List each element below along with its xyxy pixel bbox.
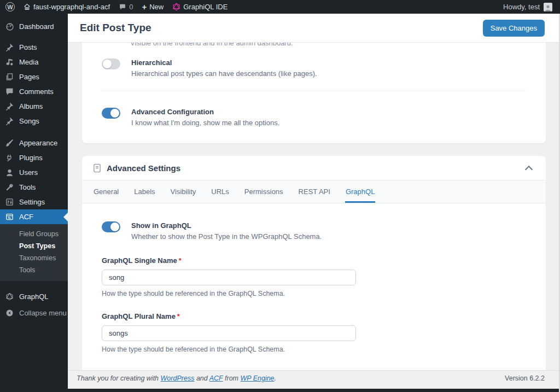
tab-permissions[interactable]: Permissions	[244, 180, 284, 203]
sidebar-item-albums[interactable]: Albums	[0, 99, 68, 114]
sidebar-item-collapse-menu[interactable]: Collapse menu	[0, 306, 68, 320]
sidebar-item-label: ACF	[19, 213, 33, 221]
site-name-label: faust-wpgraphql-and-acf	[33, 3, 110, 11]
sidebar-item-plugins[interactable]: Plugins	[0, 150, 68, 165]
wordpress-logo-menu[interactable]: W	[5, 2, 15, 11]
document-settings-icon	[93, 163, 101, 173]
submenu-item-post-types[interactable]: Post Types	[0, 240, 68, 252]
settings-icon	[5, 198, 14, 206]
admin-sidebar: Dashboard Posts Media Pages Comments	[0, 14, 68, 392]
sidebar-item-appearance[interactable]: Appearance	[0, 136, 68, 150]
wordpress-link[interactable]: WordPress	[161, 375, 195, 382]
graphql-plural-name-help: How the type should be referenced in the…	[102, 346, 526, 353]
site-name-menu[interactable]: faust-wpgraphql-and-acf	[24, 3, 110, 11]
avatar[interactable]	[544, 3, 552, 11]
comment-icon	[119, 3, 126, 10]
graphiql-logo-icon	[172, 3, 180, 11]
sidebar-item-label: Posts	[19, 43, 37, 51]
acf-link[interactable]: ACF	[209, 375, 223, 382]
sidebar-item-label: Appearance	[19, 139, 57, 147]
pages-icon	[5, 73, 14, 81]
required-asterisk: *	[177, 312, 180, 320]
graphql-plural-name-field: GraphQL Plural Name* How the type should…	[102, 312, 526, 353]
sidebar-item-pages[interactable]: Pages	[0, 69, 68, 84]
clipped-public-description: Visible on the frontend and in the admin…	[130, 43, 293, 47]
show-in-graphql-label: Show in GraphQL	[131, 221, 322, 230]
advanced-configuration-description: I know what I'm doing, show me all the o…	[131, 119, 279, 127]
pin-icon	[5, 43, 14, 51]
sidebar-item-graphql[interactable]: GraphQL	[0, 289, 68, 304]
new-label: New	[149, 3, 164, 11]
tab-general[interactable]: General	[93, 180, 119, 203]
comments-menu[interactable]: 0	[119, 3, 133, 11]
sidebar-item-settings[interactable]: Settings	[0, 195, 68, 209]
new-content-menu[interactable]: + New	[142, 3, 164, 11]
sidebar-item-label: Songs	[19, 117, 39, 125]
pin-icon	[5, 102, 14, 110]
sidebar-item-label: Tools	[19, 183, 36, 191]
advanced-configuration-label: Advanced Configuration	[131, 108, 279, 116]
sidebar-item-comments[interactable]: Comments	[0, 84, 68, 99]
tab-labels[interactable]: Labels	[133, 180, 155, 203]
scroll-area[interactable]: Visible on the frontend and in the admin…	[68, 43, 559, 373]
footer-version: Version 6.2.2	[505, 375, 545, 382]
tab-rest-api[interactable]: REST API	[298, 180, 331, 203]
sidebar-item-label: Collapse menu	[19, 309, 67, 317]
appearance-icon	[5, 139, 14, 147]
sidebar-item-tools[interactable]: Tools	[0, 180, 68, 195]
submenu-item-field-groups[interactable]: Field Groups	[0, 228, 68, 240]
submenu-item-tools[interactable]: Tools	[0, 264, 68, 276]
comments-count: 0	[129, 3, 133, 11]
general-settings-card: Visible on the frontend and in the admin…	[82, 43, 546, 143]
dashboard-icon	[5, 22, 14, 31]
graphql-tab-content: Show in GraphQL Whether to show the Post…	[82, 203, 546, 373]
tools-icon	[5, 183, 14, 191]
sidebar-item-users[interactable]: Users	[0, 165, 68, 180]
hierarchical-row: Hierarchical Hierarchical post types can…	[102, 58, 526, 78]
settings-tabbar: General Labels Visibility URLs Permissio…	[82, 180, 546, 203]
required-asterisk: *	[179, 256, 182, 265]
sidebar-item-label: Media	[19, 58, 38, 66]
howdy-menu[interactable]: Howdy, test	[503, 3, 540, 11]
acf-icon	[5, 213, 14, 221]
acf-submenu: Field Groups Post Types Taxonomies Tools	[0, 224, 68, 281]
sidebar-item-acf[interactable]: ACF	[0, 209, 68, 224]
graphiql-ide-menu[interactable]: GraphiQL IDE	[172, 3, 228, 11]
plugins-icon	[5, 154, 14, 162]
sidebar-item-label: Users	[19, 168, 38, 177]
pin-icon	[5, 117, 14, 125]
sidebar-item-label: Pages	[19, 73, 39, 81]
sidebar-item-label: Settings	[19, 198, 45, 206]
chevron-up-icon[interactable]	[525, 165, 533, 173]
home-icon	[24, 3, 31, 10]
sidebar-item-media[interactable]: Media	[0, 55, 68, 69]
sidebar-item-label: Dashboard	[19, 22, 54, 31]
submenu-item-taxonomies[interactable]: Taxonomies	[0, 252, 68, 264]
graphql-icon	[5, 292, 14, 301]
advanced-settings-header[interactable]: Advanced Settings	[82, 156, 546, 180]
sidebar-item-label: Comments	[19, 87, 54, 96]
graphiql-label: GraphiQL IDE	[183, 3, 228, 11]
sidebar-item-songs[interactable]: Songs	[0, 114, 68, 128]
wpengine-link[interactable]: WP Engine	[241, 375, 275, 382]
advanced-settings-card: Advanced Settings General Labels Visibil…	[82, 156, 546, 373]
tab-urls[interactable]: URLs	[211, 180, 230, 203]
wordpress-logo-icon: W	[5, 2, 15, 11]
advanced-configuration-toggle[interactable]	[102, 108, 120, 119]
users-icon	[5, 168, 14, 177]
tab-graphql[interactable]: GraphQL	[345, 180, 375, 203]
graphql-single-name-field: GraphQL Single Name* How the type should…	[102, 256, 526, 297]
show-in-graphql-toggle[interactable]	[102, 221, 120, 232]
save-changes-button[interactable]: Save Changes	[483, 20, 545, 37]
sidebar-item-dashboard[interactable]: Dashboard	[0, 19, 68, 34]
graphql-single-name-help: How the type should be referenced in the…	[102, 290, 526, 297]
hierarchical-label: Hierarchical	[131, 58, 317, 67]
plus-icon: +	[142, 3, 147, 11]
sidebar-item-posts[interactable]: Posts	[0, 40, 68, 55]
page-title: Edit Post Type	[80, 22, 151, 34]
graphql-single-name-input[interactable]	[102, 270, 356, 285]
graphql-plural-name-input[interactable]	[102, 325, 356, 341]
hierarchical-toggle[interactable]	[102, 58, 120, 69]
tab-visibility[interactable]: Visibility	[170, 180, 197, 203]
sidebar-item-label: Albums	[19, 102, 43, 110]
